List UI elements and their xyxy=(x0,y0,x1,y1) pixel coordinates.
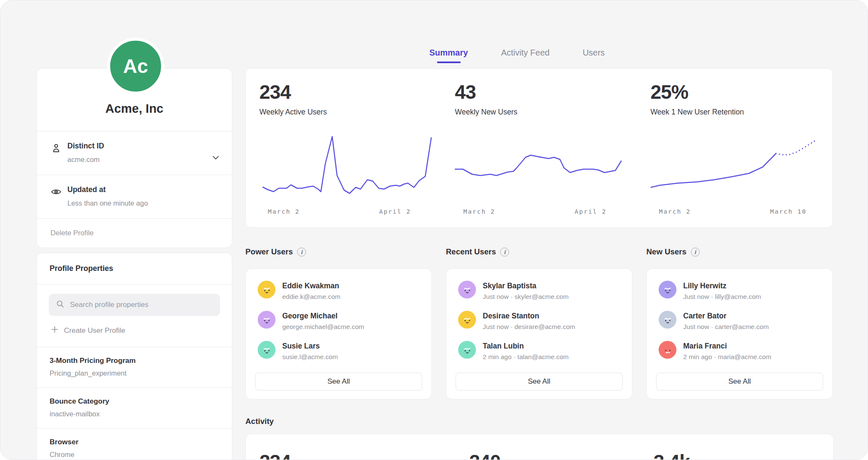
stat-value: 43 xyxy=(455,81,631,103)
user-name: Talan Lubin xyxy=(483,341,569,351)
stat-label: Week 1 New User Retention xyxy=(651,108,826,117)
user-name: Lilly Herwitz xyxy=(683,281,761,290)
list-item[interactable]: Maria Franci 2 min ago · maria@acme.com xyxy=(659,341,821,361)
profile-properties-card: Profile Properties Create User Profile 3… xyxy=(36,253,232,460)
list-item[interactable]: Desirae Stanton Just now · desirare@acme… xyxy=(458,311,620,331)
weekly-active-users-chart xyxy=(259,131,437,203)
create-user-profile-button[interactable]: Create User Profile xyxy=(37,316,232,347)
field-distinct-id: Distinct ID acme.com xyxy=(37,131,232,175)
list-item[interactable]: Talan Lubin 2 min ago · talan@acme.com xyxy=(458,341,620,361)
recent-users-title: Recent Users xyxy=(446,247,496,256)
x-tick: March 10 xyxy=(770,208,807,215)
week1-retention-chart xyxy=(651,131,829,203)
avatar xyxy=(458,311,476,329)
list-item[interactable]: Eddie Kwakman eddie.k@acme.com xyxy=(258,281,420,301)
user-subtitle: 2 min ago · maria@acme.com xyxy=(683,353,771,361)
company-avatar: Ac xyxy=(107,38,164,95)
list-item[interactable]: Carter Bator Just now · carter@acme.com xyxy=(659,311,821,331)
avatar xyxy=(659,281,676,298)
user-subtitle: george.michael@acme.com xyxy=(282,323,364,331)
property-row: Bounce Category inactive-mailbox xyxy=(37,388,232,428)
user-lists: Power Users i Eddie Kwakman eddie.k@acme… xyxy=(245,246,833,399)
list-item[interactable]: Susie Lars susie.l@acme.com xyxy=(258,341,420,361)
x-tick: April 2 xyxy=(379,208,411,215)
stat-weekly-active-users: 234 Weekly Active Users March 2 April 2 xyxy=(246,69,441,227)
activity-stat: 234 xyxy=(259,450,291,460)
activity-stat: 240 xyxy=(469,450,501,460)
see-all-button[interactable]: See All xyxy=(656,373,823,390)
tab-activity-feed[interactable]: Activity Feed xyxy=(501,48,549,63)
create-user-profile-label: Create User Profile xyxy=(64,326,125,335)
search-profile-properties[interactable] xyxy=(49,294,220,316)
delete-profile-button[interactable]: Delete Profile xyxy=(37,219,232,248)
user-subtitle: susie.l@acme.com xyxy=(282,353,338,361)
user-name: Maria Franci xyxy=(683,341,771,351)
power-users-section: Power Users i Eddie Kwakman eddie.k@acme… xyxy=(245,246,432,399)
user-name: George Michael xyxy=(282,311,364,321)
x-tick: March 2 xyxy=(659,208,691,215)
activity-stat: 3.4k xyxy=(654,450,690,460)
avatar xyxy=(258,311,275,329)
tab-users[interactable]: Users xyxy=(583,48,605,63)
field-updated-at: Updated at Less than one minute ago xyxy=(37,175,232,218)
profile-properties-title: Profile Properties xyxy=(37,253,232,284)
power-users-card: Eddie Kwakman eddie.k@acme.com George Mi… xyxy=(245,268,432,399)
property-label: Browser xyxy=(50,438,219,446)
x-tick: March 2 xyxy=(268,208,300,215)
property-label: 3-Month Pricing Program xyxy=(50,357,219,365)
user-name: Skylar Baptista xyxy=(483,281,569,290)
new-users-title: New Users xyxy=(646,247,687,256)
search-input[interactable] xyxy=(69,300,213,309)
list-item[interactable]: Skylar Baptista Just now · skyler@acme.c… xyxy=(458,281,620,301)
x-tick: March 2 xyxy=(463,208,495,215)
info-icon[interactable]: i xyxy=(691,248,700,256)
recent-users-section: Recent Users i Skylar Baptista Just now … xyxy=(446,246,632,399)
property-row: Browser Chrome xyxy=(37,429,232,460)
stat-label: Weekly Active Users xyxy=(259,108,435,117)
recent-users-card: Skylar Baptista Just now · skyler@acme.c… xyxy=(446,268,632,399)
avatar xyxy=(659,311,676,329)
field-label: Distinct ID xyxy=(67,142,206,151)
company-name: Acme, Inc xyxy=(37,102,232,131)
field-label: Updated at xyxy=(67,185,206,194)
field-value: Less than one minute ago xyxy=(67,199,206,207)
user-name: Eddie Kwakman xyxy=(282,281,340,290)
tab-summary[interactable]: Summary xyxy=(429,48,468,63)
stat-value: 234 xyxy=(259,81,435,103)
stat-weekly-new-users: 43 Weekly New Users March 2 April 2 xyxy=(441,69,637,227)
x-tick: April 2 xyxy=(575,208,606,215)
avatar xyxy=(458,341,476,359)
plus-icon xyxy=(50,325,59,336)
person-icon xyxy=(50,142,62,156)
profile-card: Acme, Inc Distinct ID acme.com xyxy=(36,68,232,248)
activity-title: Activity xyxy=(245,417,274,426)
tab-bar: Summary Activity Feed Users xyxy=(429,48,605,63)
list-item[interactable]: George Michael george.michael@acme.com xyxy=(258,311,420,331)
avatar xyxy=(659,341,676,359)
power-users-title: Power Users xyxy=(245,247,293,256)
recent-users-header: Recent Users i xyxy=(446,246,632,257)
activity-card: 234 240 3.4k xyxy=(245,434,834,460)
property-value: Pricing_plan_experiment xyxy=(50,369,219,377)
search-icon xyxy=(56,299,65,310)
info-icon[interactable]: i xyxy=(297,248,306,256)
see-all-button[interactable]: See All xyxy=(255,373,422,390)
user-name: Desirae Stanton xyxy=(483,311,575,321)
see-all-button[interactable]: See All xyxy=(456,373,623,390)
stat-value: 25% xyxy=(651,81,826,103)
new-users-card: Lilly Herwitz Just now · lilly@acme.com … xyxy=(646,268,833,399)
summary-card: 234 Weekly Active Users March 2 April 2 … xyxy=(245,68,833,228)
user-subtitle: Just now · carter@acme.com xyxy=(683,323,769,331)
divider xyxy=(37,284,232,284)
user-subtitle: Just now · lilly@acme.com xyxy=(683,293,761,301)
info-icon[interactable]: i xyxy=(500,248,509,256)
eye-icon xyxy=(50,186,62,199)
user-name: Susie Lars xyxy=(282,341,338,351)
chevron-down-icon[interactable] xyxy=(211,153,221,164)
x-axis: March 2 April 2 xyxy=(259,208,435,217)
avatar xyxy=(458,281,476,298)
user-name: Carter Bator xyxy=(683,311,769,321)
avatar xyxy=(258,341,275,359)
property-row: 3-Month Pricing Program Pricing_plan_exp… xyxy=(37,347,232,388)
list-item[interactable]: Lilly Herwitz Just now · lilly@acme.com xyxy=(659,281,821,301)
